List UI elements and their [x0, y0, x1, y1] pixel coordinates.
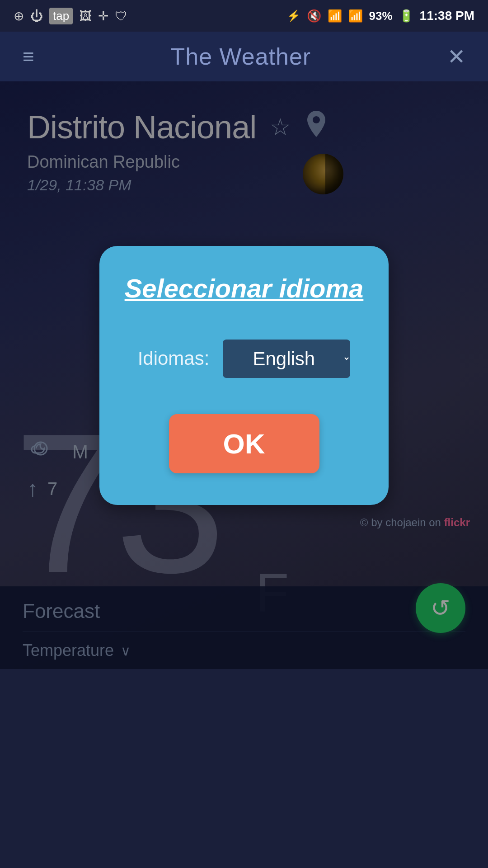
language-dialog: Seleccionar idioma Idiomas: English Espa…: [99, 246, 389, 505]
menu-icon[interactable]: ≡: [23, 45, 34, 68]
wifi-icon: 📶: [328, 9, 342, 23]
battery-icon: 🔋: [399, 9, 413, 23]
language-select[interactable]: English Español Français Deutsch Portugu…: [223, 340, 350, 378]
status-bar: ⊕ ⏻ tap 🖼 ✛ 🛡 ⚡ 🔇 📶 📶 93% 🔋 11:38 PM: [0, 0, 488, 32]
close-icon[interactable]: ✕: [447, 44, 465, 69]
shield-icon: 🛡: [115, 9, 127, 24]
modal-overlay: Seleccionar idioma Idiomas: English Espa…: [0, 81, 488, 669]
tap-icon: tap: [49, 8, 73, 24]
power-icon: ⏻: [30, 9, 43, 24]
bluetooth-icon: ⚡: [287, 9, 300, 22]
language-selection-row: Idiomas: English Español Français Deutsc…: [138, 340, 351, 378]
mute-icon: 🔇: [307, 9, 321, 23]
cross-icon: ✛: [98, 9, 108, 24]
status-right: ⚡ 🔇 📶 📶 93% 🔋 11:38 PM: [287, 9, 474, 23]
add-icon: ⊕: [14, 9, 24, 24]
battery-level: 93%: [369, 9, 393, 23]
status-time: 11:38 PM: [420, 9, 474, 23]
app-header: ≡ The Weather ✕: [0, 32, 488, 81]
dialog-title: Seleccionar idioma: [125, 273, 364, 303]
status-icons-left: ⊕ ⏻ tap 🖼 ✛ 🛡: [14, 8, 127, 24]
image-icon: 🖼: [79, 9, 92, 24]
language-label: Idiomas:: [138, 348, 210, 369]
weather-background: Distrito Nacional ☆ Dominican Republic 1…: [0, 81, 488, 669]
ok-button[interactable]: OK: [169, 414, 319, 473]
app-title: The Weather: [171, 43, 311, 70]
signal-icon: 📶: [348, 9, 363, 23]
